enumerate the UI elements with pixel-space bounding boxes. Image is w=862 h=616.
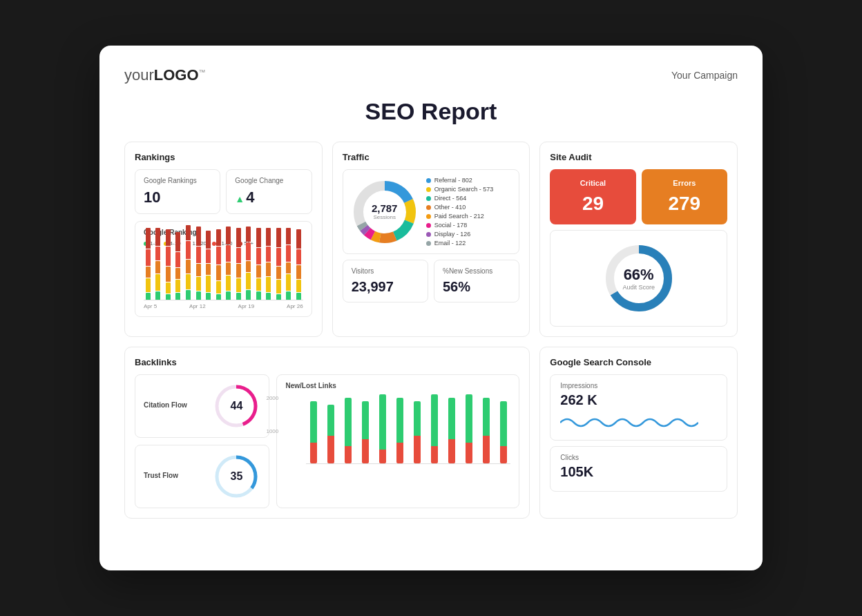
arrow-up-icon: ▲ xyxy=(235,193,245,204)
bar-group xyxy=(224,227,233,300)
links-bar-negative xyxy=(414,436,421,463)
trust-flow-gauge: 35 xyxy=(212,452,260,501)
links-bar-group xyxy=(341,398,355,463)
links-bar-group xyxy=(410,401,424,463)
tl-dot-paid xyxy=(426,214,431,219)
visitors-label: Visitors xyxy=(352,267,419,275)
backlinks-panel: Backlinks Citation Flow 44 xyxy=(124,347,530,519)
bar-segment xyxy=(155,247,160,260)
backlinks-inner: Citation Flow 44 Trust Flow xyxy=(135,374,519,508)
traffic-donut: 2,787 Sessions xyxy=(350,177,419,247)
bar-segment xyxy=(276,280,281,293)
clicks-label: Clicks xyxy=(560,454,717,461)
links-bar-positive xyxy=(500,401,507,446)
bar-segment xyxy=(206,231,211,249)
rankings-panel: Rankings Google Rankings 10 Google Chang… xyxy=(124,142,323,337)
links-bar-negative xyxy=(345,446,352,463)
links-bar-group xyxy=(428,394,441,463)
links-bar-group xyxy=(462,394,476,463)
links-chart-label: New/Lost Links xyxy=(285,382,510,389)
score-percent: 66% xyxy=(622,266,655,284)
bar-segment xyxy=(226,227,231,244)
report-title: SEO Report xyxy=(124,98,738,125)
citation-flow-card: Citation Flow 44 xyxy=(135,374,269,438)
bar-segment xyxy=(196,247,201,263)
tl-social: Social - 178 xyxy=(426,222,494,229)
score-label: Audit Score xyxy=(622,284,655,291)
bar-group xyxy=(234,228,243,300)
bar-group xyxy=(274,228,283,300)
bar-segment xyxy=(236,228,241,247)
bar-group xyxy=(285,228,294,300)
bar-segment xyxy=(206,293,211,300)
bar-segment xyxy=(166,247,171,266)
google-rankings-card: Google Rankings 10 xyxy=(135,169,220,214)
google-change-label: Google Change xyxy=(235,177,303,184)
impressions-card: Impressions 262 K xyxy=(550,374,727,441)
google-change-card: Google Change ▲4 xyxy=(226,169,312,214)
google-rankings-label: Google Rankings xyxy=(144,177,211,184)
critical-card: Critical 29 xyxy=(550,169,635,224)
bar-segment xyxy=(266,262,271,276)
bar-segment xyxy=(246,290,251,300)
bar-segment xyxy=(155,228,160,246)
google-change-value: ▲4 xyxy=(235,189,303,206)
audit-score-wrap: 66% Audit Score xyxy=(550,230,727,327)
tl-dot-social xyxy=(426,223,431,228)
bar-segment xyxy=(196,291,201,300)
citation-flow-value: 44 xyxy=(231,400,243,412)
visitors-value: 23,997 xyxy=(352,279,419,295)
traffic-inner: 2,787 Sessions Referral - 802 Organic Se… xyxy=(343,169,520,302)
impressions-label: Impressions xyxy=(560,382,717,389)
traffic-panel: Traffic xyxy=(332,142,530,337)
bar-segment xyxy=(236,248,241,263)
traffic-donut-section: 2,787 Sessions Referral - 802 Organic Se… xyxy=(343,169,520,254)
traffic-title: Traffic xyxy=(343,152,520,162)
rankings-bar-chart xyxy=(144,252,303,300)
flow-cards: Citation Flow 44 Trust Flow xyxy=(135,374,269,508)
tl-paid: Paid Search - 212 xyxy=(426,213,494,220)
bar-segment xyxy=(206,276,211,292)
bar-segment xyxy=(186,290,191,300)
tl-email: Email - 122 xyxy=(426,240,494,247)
bar-segment xyxy=(246,273,251,289)
bar-segment xyxy=(266,228,271,246)
bar-segment xyxy=(286,291,291,300)
bar-segment xyxy=(226,262,231,275)
links-bar-negative xyxy=(466,443,472,463)
bar-segment xyxy=(246,261,251,272)
links-bar-group xyxy=(306,401,320,463)
bar-group xyxy=(184,225,193,300)
citation-flow-gauge: 44 xyxy=(212,382,260,430)
bar-segment xyxy=(166,294,171,300)
audit-panel: Site Audit Critical 29 Errors 279 xyxy=(539,142,738,337)
rankings-bar-chart-panel: Google Rankings 1-3 4-10 11-20 xyxy=(135,221,312,317)
bar-segment xyxy=(236,264,241,278)
bar-segment xyxy=(175,293,180,300)
trust-flow-card: Trust Flow 35 xyxy=(135,445,269,508)
tl-referral: Referral - 802 xyxy=(426,177,494,184)
bar-group xyxy=(154,228,163,300)
tl-display: Display - 126 xyxy=(426,231,494,238)
clicks-card: Clicks 105K xyxy=(550,446,727,492)
links-bar-negative xyxy=(483,436,490,463)
bar-segment xyxy=(186,274,191,289)
bar-segment xyxy=(155,261,160,273)
links-bar-group xyxy=(393,398,407,463)
bar-segment xyxy=(246,242,251,260)
bar-segment xyxy=(296,229,301,249)
bar-segment xyxy=(276,228,281,247)
links-bar-positive xyxy=(483,398,490,436)
bar-segment xyxy=(146,267,151,278)
gsc-inner: Impressions 262 K Clicks 105K xyxy=(550,374,727,492)
bar-segment xyxy=(196,277,201,291)
bar-segment xyxy=(186,241,191,259)
bar-segment xyxy=(296,249,301,264)
sessions-center: 2,787 Sessions xyxy=(372,203,398,221)
impressions-wave xyxy=(560,412,698,433)
bar-segment xyxy=(266,277,271,292)
clicks-value: 105K xyxy=(560,464,717,480)
critical-value: 29 xyxy=(558,193,627,215)
bar-segment xyxy=(196,264,201,276)
links-bar-negative xyxy=(396,443,403,463)
